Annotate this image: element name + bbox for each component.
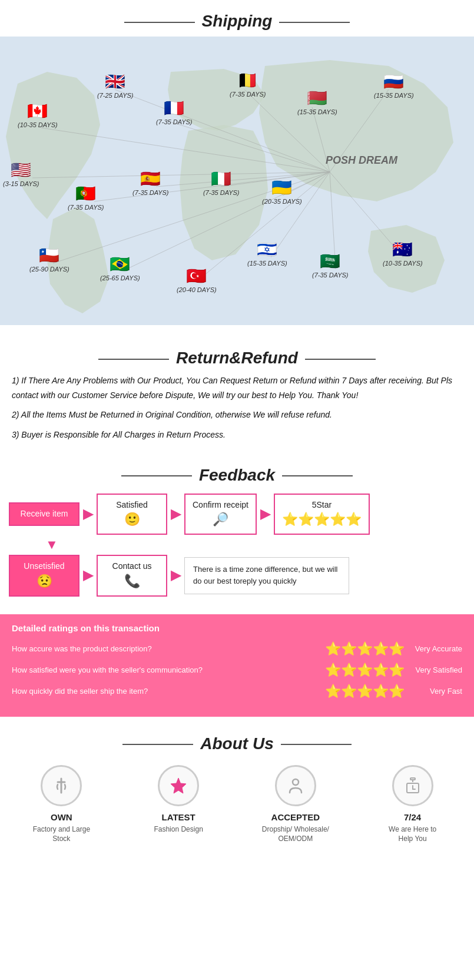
shipping-section: Shipping [0,0,474,337]
down-arrow: ▼ [45,537,465,552]
receive-item-box: Receive item [9,502,79,526]
about-title: About Us [6,734,468,753]
flag-usa: 🇺🇸 (3-15 DAYS) [3,160,39,187]
flag-saudi: 🇸🇦 (7-35 DAYS) [312,251,349,279]
about-item-own: OWN Factory and LargeStock [6,765,117,845]
arrow-1: ▶ [83,506,93,522]
return-point-3: 3) Buyer is Responsible for All Charges … [12,428,462,442]
return-text: 1) If There Are Any Problems with Our Pr… [12,373,462,442]
about-grid: OWN Factory and LargeStock LATEST Fashio… [6,765,468,845]
flag-turkey: 🇹🇷 (20-40 DAYS) [177,266,217,293]
about-section: About Us OWN Factory and LargeStock [0,723,474,862]
rating-row-2: How satisfied were you with the seller's… [12,663,462,678]
return-title: Return&Refund [12,349,462,368]
about-latest-title: LATEST [123,812,234,822]
svg-point-21 [293,779,299,785]
arrow-5: ▶ [171,568,181,583]
contact-us-label: Contact us [112,561,152,571]
about-icon-accepted [275,765,316,806]
flag-chile: 🇨🇱 (25-90 DAYS) [29,246,69,273]
about-accepted-title: ACCEPTED [240,812,352,822]
feedback-section: Feedback Receive item ▶ Satisfied 🙂 ▶ Co… [0,454,474,608]
flag-ukraine: 🇺🇦 (20-35 DAYS) [262,178,302,205]
flag-belarus: 🇧🇾 (15-35 DAYS) [297,88,337,115]
contact-us-box: Contact us 📞 [97,555,167,596]
return-point-1: 1) If There Are Any Problems with Our Pr… [12,373,462,403]
wrench-icon [52,776,71,795]
timezone-message: There is a time zone difference, but we … [193,565,337,586]
rating-desc-3: Very Fast [409,687,462,696]
about-icon-own [41,765,82,806]
rating-label-2: How satisfied were you with the seller's… [12,666,325,674]
about-item-accepted: ACCEPTED Dropship/ Wholesale/OEM/ODM [240,765,352,845]
about-accepted-sub: Dropship/ Wholesale/OEM/ODM [240,825,352,845]
unsatisfied-box: Unsetisfied 😟 [9,555,79,596]
flag-australia: 🇦🇺 (10-35 DAYS) [383,240,423,267]
satisfied-emoji: 🙂 [124,512,140,527]
about-item-724: 7/24 We are Here toHelp You [357,765,468,845]
satisfied-label: Satisfied [116,500,148,509]
rating-stars-3: ⭐⭐⭐⭐⭐ [325,684,405,699]
rating-label-1: How accure was the product description? [12,644,325,653]
rating-desc-2: Very Satisfied [409,666,462,674]
flag-france: 🇫🇷 (7-35 DAYS) [156,98,193,125]
flag-italy: 🇮🇹 (7-35 DAYS) [203,169,240,196]
feedback-title: Feedback [9,466,465,485]
arrow-4: ▶ [83,568,93,583]
person-icon [286,776,305,795]
confirm-receipt-emoji: 🔎 [213,512,228,527]
five-star-label: 5Star [312,500,332,509]
rating-stars-2: ⭐⭐⭐⭐⭐ [325,663,405,678]
five-star-box: 5Star ⭐⭐⭐⭐⭐ [274,494,370,535]
rating-stars-1: ⭐⭐⭐⭐⭐ [325,641,405,657]
arrow-2: ▶ [171,506,181,522]
return-point-2: 2) All the Items Must be Returned in Ori… [12,408,462,422]
ratings-section: Detailed ratings on this transaction How… [0,614,474,717]
flag-uk: 🇬🇧 (7-25 DAYS) [97,72,134,99]
ratings-title: Detailed ratings on this transaction [12,623,462,633]
world-map: POSH DREAM 🇨🇦 (10-35 DAYS) 🇬🇧 (7-25 DAYS… [0,37,474,325]
star-icon [169,776,188,795]
five-star-stars: ⭐⭐⭐⭐⭐ [282,512,362,527]
receive-item-label: Receive item [21,509,68,518]
rating-row-1: How accure was the product description? … [12,641,462,657]
flag-brazil: 🇧🇷 (25-65 DAYS) [100,254,140,282]
flag-portugal: 🇵🇹 (7-35 DAYS) [68,184,104,211]
rating-desc-1: Very Accurate [409,644,462,653]
rating-row-3: How quickly did the seller ship the item… [12,684,462,699]
feedback-flow-bottom: Unsetisfied 😟 ▶ Contact us 📞 ▶ There is … [9,555,465,596]
about-724-sub: We are Here toHelp You [357,825,468,845]
brand-label: POSH DREAM [326,154,397,167]
arrow-3: ▶ [260,506,270,522]
about-724-title: 7/24 [357,812,468,822]
unsatisfied-label: Unsetisfied [24,561,64,571]
svg-marker-20 [171,778,186,793]
flag-russia: 🇷🇺 (15-35 DAYS) [374,72,414,99]
down-arrow-icon: ▼ [45,537,58,552]
flag-spain: 🇪🇸 (7-35 DAYS) [132,169,169,196]
about-icon-724 [392,765,433,806]
confirm-receipt-label: Confirm receipt [193,500,248,509]
timezone-message-box: There is a time zone difference, but we … [184,557,349,595]
svg-rect-22 [410,778,415,780]
about-latest-sub: Fashion Design [123,825,234,835]
flag-belgium: 🇧🇪 (7-35 DAYS) [230,71,266,98]
about-own-sub: Factory and LargeStock [6,825,117,845]
shipping-title: Shipping [0,12,474,31]
about-item-latest: LATEST Fashion Design [123,765,234,845]
flag-israel: 🇮🇱 (15-35 DAYS) [247,240,287,267]
feedback-flow-top: Receive item ▶ Satisfied 🙂 ▶ Confirm rec… [9,494,465,535]
satisfied-box: Satisfied 🙂 [97,494,167,535]
flag-canada: 🇨🇦 (10-35 DAYS) [18,101,58,128]
confirm-receipt-box: Confirm receipt 🔎 [184,494,257,535]
rating-label-3: How quickly did the seller ship the item… [12,687,325,696]
clock-icon [403,776,422,795]
contact-us-emoji: 📞 [124,574,140,588]
return-section: Return&Refund 1) If There Are Any Proble… [0,337,474,454]
about-icon-latest [158,765,199,806]
about-own-title: OWN [6,812,117,822]
unsatisfied-emoji: 😟 [37,574,52,588]
